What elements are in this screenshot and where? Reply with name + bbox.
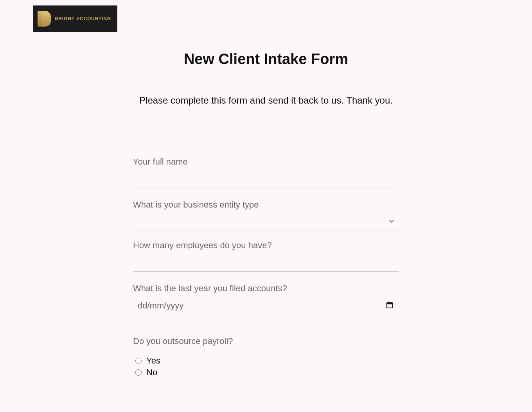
form: Your full name What is your business ent… <box>133 157 399 378</box>
entity-type-label: What is your business entity type <box>133 200 399 210</box>
field-entity-type: What is your business entity type <box>133 200 399 231</box>
page-subtitle: Please complete this form and send it ba… <box>25 95 507 106</box>
logo-mark-icon <box>38 11 51 27</box>
field-full-name: Your full name <box>133 157 399 188</box>
full-name-input[interactable] <box>133 170 399 188</box>
svg-rect-1 <box>387 303 393 304</box>
full-name-label: Your full name <box>133 157 399 167</box>
field-employees: How many employees do you have? <box>133 240 399 272</box>
radio-option-no[interactable]: No <box>135 367 399 378</box>
field-last-filed: What is the last year you filed accounts… <box>133 283 399 315</box>
outsource-label: Do you outsource payroll? <box>133 336 399 346</box>
radio-no-label: No <box>146 367 157 378</box>
logo-text: BRIGHT ACCOUNTING <box>55 16 111 21</box>
radio-yes-label: Yes <box>146 356 160 366</box>
employees-label: How many employees do you have? <box>133 240 399 251</box>
entity-type-select[interactable] <box>133 213 399 231</box>
last-filed-label: What is the last year you filed accounts… <box>133 283 399 294</box>
radio-no-input[interactable] <box>135 369 142 376</box>
page-title: New Client Intake Form <box>25 51 507 68</box>
radio-yes-input[interactable] <box>135 358 142 364</box>
field-outsource-payroll: Do you outsource payroll? Yes No <box>133 336 399 378</box>
employees-input[interactable] <box>133 254 399 272</box>
page-container: New Client Intake Form Please complete t… <box>25 0 507 378</box>
brand-logo: BRIGHT ACCOUNTING <box>33 5 117 32</box>
calendar-icon[interactable] <box>386 301 394 310</box>
radio-option-yes[interactable]: Yes <box>135 356 399 366</box>
last-filed-date-input[interactable] <box>133 297 386 315</box>
